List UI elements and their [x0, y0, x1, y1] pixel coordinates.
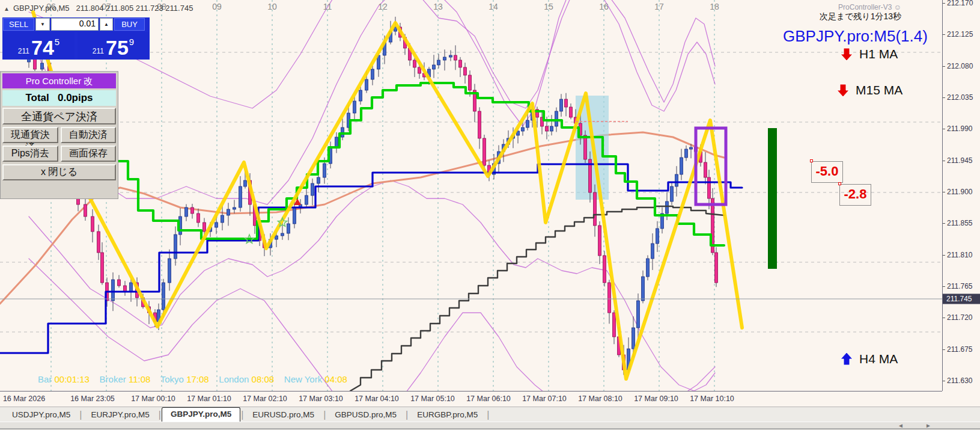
- date-tick-label: 17 Mar 05:10: [410, 395, 455, 403]
- session-name: Broker: [100, 374, 129, 384]
- price-tick-mark: [943, 318, 945, 318]
- hour-label: 11: [323, 2, 332, 11]
- tab-separator: |: [159, 408, 161, 422]
- session-name: Tokyo: [160, 374, 186, 384]
- time-axis[interactable]: 16 Mar 202616 Mar 23:0517 Mar 00:1017 Ma…: [0, 391, 942, 406]
- session-time: 04:08: [324, 374, 347, 384]
- mt4-terminal: 06070809101112131415161718 ▲GBPJPY.pro,M…: [0, 0, 980, 430]
- date-tick-label: 17 Mar 00:10: [131, 395, 175, 403]
- volume-input[interactable]: 0.01: [51, 18, 99, 31]
- one-click-trade-panel: SELL ▼ 0.01 ▲ BUY 211 74 5 211 75 9: [2, 17, 150, 60]
- price-tick-mark: [943, 3, 945, 4]
- total-pips-display: Total 0.0pips: [2, 90, 116, 106]
- price-tick-mark: [943, 97, 945, 98]
- price-tick-label: 211.900: [947, 188, 973, 196]
- ma-label-text: M15 MA: [856, 83, 902, 97]
- divider: [0, 428, 980, 429]
- chart-area[interactable]: 06070809101112131415161718 ▲GBPJPY.pro,M…: [0, 0, 942, 391]
- hour-label: 14: [488, 2, 498, 11]
- red-down-arrow-icon: [840, 47, 853, 61]
- price-tick-mark: [943, 129, 945, 129]
- price-tick-label: 211.720: [947, 313, 973, 322]
- chart-tab-eurgbp[interactable]: EURGBP.pro,M5: [409, 408, 486, 422]
- date-tick-label: 17 Mar 06:10: [466, 395, 511, 403]
- buy-button[interactable]: BUY: [114, 18, 145, 31]
- close-all-pairs-button[interactable]: 全通貨ペア決済: [2, 108, 116, 124]
- session-name: London: [219, 374, 251, 384]
- date-tick-label: 17 Mar 07:10: [522, 395, 567, 403]
- ma-trend-label: M15 MA: [836, 83, 902, 97]
- hour-label: 13: [433, 2, 443, 11]
- hour-label: 12: [378, 2, 388, 11]
- price-tick-label: 211.810: [947, 251, 973, 259]
- pro-controller-header[interactable]: Pro Controller 改: [2, 73, 116, 88]
- price-tick-label: 211.990: [947, 124, 973, 133]
- session-times: Bar 00:01:13 Broker 11:08 Tokyo 17:08 Lo…: [38, 374, 347, 384]
- hour-label: 18: [710, 2, 719, 11]
- session-time: 00:01:13: [55, 374, 100, 384]
- date-tick-label: 17 Mar 10:10: [690, 395, 734, 403]
- ma-trend-label: H1 MA: [840, 47, 898, 61]
- price-tick-label: 211.945: [947, 156, 973, 165]
- indicator-watermark: ProController-V3 ☺: [838, 3, 901, 11]
- sell-price-display[interactable]: 211 74 5: [3, 32, 75, 60]
- pro-controller-panel: Pro Controller 改 Total 0.0pips 全通貨ペア決済 現…: [0, 71, 118, 199]
- date-tick-label: 16 Mar 2026: [3, 395, 45, 403]
- clear-pips-button[interactable]: Pips消去: [2, 146, 58, 162]
- session-time: 08:08: [252, 374, 284, 384]
- chart-tab-usdjpy[interactable]: USDJPY.pro,M5: [4, 408, 79, 422]
- price-tick-mark: [943, 161, 945, 161]
- price-tick-label: 212.170: [947, 0, 973, 7]
- tab-separator: |: [241, 408, 243, 422]
- chart-tab-eurjpy[interactable]: EURJPY.pro,M5: [82, 408, 157, 422]
- chart-tab-gbpusd[interactable]: GBPUSD.pro,M5: [326, 408, 405, 422]
- red-down-arrow-icon: [836, 83, 850, 97]
- blue-up-arrow-icon: [840, 352, 853, 366]
- price-tick-mark: [943, 34, 945, 35]
- label-anchor-dot[interactable]: [838, 182, 841, 185]
- session-time: 17:08: [186, 374, 219, 384]
- date-tick-label: 17 Mar 03:10: [299, 395, 343, 403]
- chart-ohlc-values: 211.804 211.805 211.723 211.745: [76, 4, 193, 13]
- collapse-chart-icon[interactable]: ▲: [4, 5, 10, 12]
- volume-dropdown-caret[interactable]: ▼: [35, 18, 50, 31]
- candle-countdown: 次足まで残り1分13秒: [820, 11, 901, 22]
- price-tick-label: 212.080: [947, 62, 973, 70]
- volume-increment-button[interactable]: ▲: [100, 18, 113, 31]
- price-tick-mark: [943, 349, 945, 350]
- hour-label: 16: [599, 2, 609, 11]
- buy-price-prefix: 211: [93, 47, 104, 55]
- date-tick-label: 17 Mar 01:10: [187, 395, 231, 403]
- chart-ohlc-title: ▲GBPJPY.pro,M5 211.804 211.805 211.723 2…: [4, 4, 193, 13]
- chart-tab-gbpjpy[interactable]: GBPJPY.pro,M5: [162, 407, 240, 422]
- chart-tab-eurusd[interactable]: EURUSD.pro,M5: [244, 408, 323, 422]
- label-anchor-dot[interactable]: [810, 159, 813, 162]
- price-tick-mark: [943, 192, 945, 192]
- price-tick-mark: [943, 255, 945, 256]
- buy-price-pip: 9: [129, 37, 134, 47]
- pips-label-2[interactable]: -2.8: [839, 184, 871, 206]
- hour-label: 10: [267, 2, 277, 11]
- close-current-pair-button[interactable]: 現通貨決済: [2, 127, 58, 143]
- bottom-strip: ◄ ►: [0, 422, 980, 430]
- tab-separator: |: [406, 408, 408, 422]
- price-tick-mark: [943, 66, 945, 67]
- session-name: New York: [284, 374, 325, 384]
- buy-price-big: 75: [106, 37, 129, 58]
- price-tick-mark: [943, 223, 945, 224]
- close-panel-button[interactable]: x 閉じる: [2, 164, 116, 180]
- price-tick-label: 211.765: [947, 282, 973, 290]
- tab-separator: |: [323, 408, 326, 422]
- price-tick-mark: [943, 381, 945, 381]
- buy-price-display[interactable]: 211 75 9: [78, 32, 149, 60]
- price-axis[interactable]: 212.170212.125212.080212.035211.990211.9…: [942, 0, 980, 391]
- sell-price-prefix: 211: [18, 47, 29, 55]
- auto-close-button[interactable]: 自動決済: [61, 127, 117, 143]
- session-name: Bar: [38, 374, 55, 384]
- sell-button[interactable]: SELL: [3, 18, 34, 31]
- pips-label-1[interactable]: -5.0: [811, 161, 843, 183]
- price-tick-mark: [943, 286, 945, 287]
- save-screen-button[interactable]: 画面保存: [61, 146, 117, 162]
- date-tick-label: 16 Mar 23:05: [70, 395, 115, 403]
- date-tick-label: 17 Mar 02:10: [243, 395, 287, 403]
